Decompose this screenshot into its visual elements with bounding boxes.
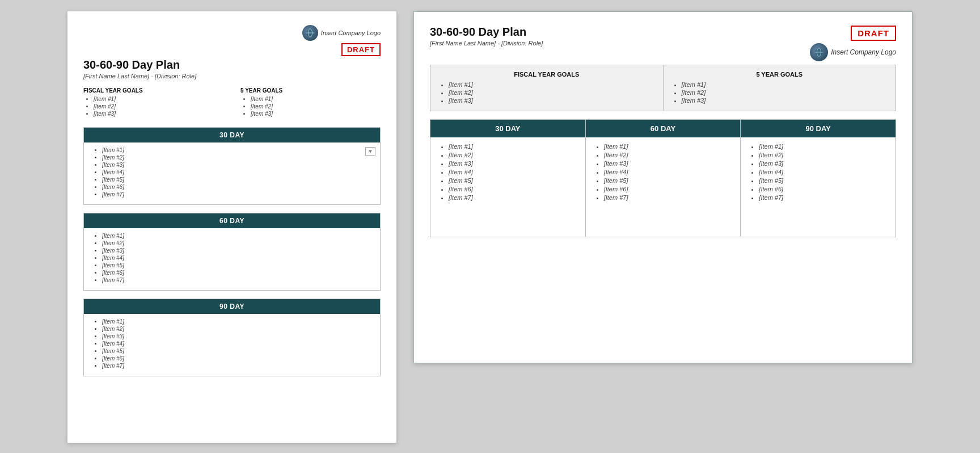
list-item: [Item #2]: [102, 326, 372, 332]
list-item: [Item #6]: [102, 270, 372, 276]
list-item: [Item #2]: [94, 103, 223, 110]
right-90day-col: 90 DAY [Item #1] [Item #2] [Item #3] [It…: [741, 120, 895, 237]
left-90day-section: 90 DAY [Item #1] [Item #2] [Item #3] [It…: [83, 299, 381, 376]
right-30day-content: [Item #1] [Item #2] [Item #3] [Item #4] …: [430, 137, 585, 237]
left-30day-section: 30 DAY ▼ [Item #1] [Item #2] [Item #3] […: [83, 127, 381, 205]
right-30day-list: [Item #1] [Item #2] [Item #3] [Item #4] …: [438, 143, 577, 201]
list-item: [Item #1]: [102, 233, 372, 239]
left-plan-title: 30-60-90 Day Plan: [83, 58, 381, 72]
list-item: [Item #4]: [102, 341, 372, 347]
list-item: [Item #2]: [759, 152, 888, 158]
left-30day-content: ▼ [Item #1] [Item #2] [Item #3] [Item #4…: [84, 142, 380, 204]
right-60day-header: 60 DAY: [586, 120, 741, 137]
left-5year-title: 5 YEAR GOALS: [240, 87, 381, 94]
list-item: [Item #2]: [251, 103, 381, 110]
list-item: [Item #2]: [682, 89, 888, 96]
left-page: Insert Company Logo DRAFT 30-60-90 Day P…: [67, 11, 396, 443]
left-5year-list: [Item #1] [Item #2] [Item #3]: [240, 96, 381, 117]
left-draft-badge: DRAFT: [341, 43, 381, 56]
list-item: [Item #5]: [759, 177, 888, 184]
left-90day-content: [Item #1] [Item #2] [Item #3] [Item #4] …: [84, 314, 380, 376]
list-item: [Item #2]: [102, 240, 372, 246]
right-30day-header: 30 DAY: [430, 120, 585, 137]
list-item: [Item #1]: [682, 81, 888, 88]
right-5year-list: [Item #1] [Item #2] [Item #3]: [671, 81, 888, 104]
left-header-right: Insert Company Logo DRAFT: [302, 25, 381, 56]
list-item: [Item #3]: [759, 160, 888, 167]
right-fiscal-list: [Item #1] [Item #2] [Item #3]: [438, 81, 655, 104]
right-days-table: 30 DAY [Item #1] [Item #2] [Item #3] [It…: [430, 119, 896, 237]
left-60day-header: 60 DAY: [84, 213, 380, 228]
right-90day-header: 90 DAY: [741, 120, 895, 137]
left-logo-icon: [302, 25, 318, 41]
list-item: [Item #5]: [102, 262, 372, 269]
right-plan-subtitle: [First Name Last Name] - [Division: Role…: [430, 40, 810, 47]
list-item: [Item #3]: [102, 333, 372, 339]
list-item: [Item #6]: [102, 184, 372, 190]
list-item: [Item #1]: [251, 96, 381, 102]
list-item: [Item #3]: [102, 248, 372, 254]
list-item: [Item #1]: [102, 147, 372, 153]
left-60day-content: [Item #1] [Item #2] [Item #3] [Item #4] …: [84, 228, 380, 290]
right-header-right: DRAFT Insert Company Logo: [810, 26, 896, 61]
list-item: [Item #3]: [94, 111, 223, 117]
left-plan-subtitle: [First Name Last Name] - [Division: Role…: [83, 73, 381, 79]
left-company-logo: Insert Company Logo: [302, 25, 381, 41]
list-item: [Item #1]: [94, 96, 223, 102]
list-item: [Item #2]: [449, 89, 655, 96]
left-fiscal-goals: FISCAL YEAR GOALS [Item #1] [Item #2] [I…: [83, 87, 223, 118]
list-item: [Item #4]: [604, 169, 733, 175]
list-item: [Item #6]: [449, 186, 577, 192]
right-30day-col: 30 DAY [Item #1] [Item #2] [Item #3] [It…: [430, 120, 586, 237]
list-item: [Item #1]: [759, 143, 888, 150]
right-90day-list: [Item #1] [Item #2] [Item #3] [Item #4] …: [749, 143, 888, 201]
list-item: [Item #6]: [102, 355, 372, 362]
right-60day-content: [Item #1] [Item #2] [Item #3] [Item #4] …: [586, 137, 741, 237]
right-page-header: 30-60-90 Day Plan [First Name Last Name]…: [430, 26, 896, 61]
right-fiscal-title: FISCAL YEAR GOALS: [438, 71, 655, 78]
list-item: [Item #3]: [102, 162, 372, 168]
right-90day-content: [Item #1] [Item #2] [Item #3] [Item #4] …: [741, 137, 895, 237]
left-page-header: Insert Company Logo DRAFT: [83, 25, 381, 56]
list-item: [Item #4]: [449, 169, 577, 175]
right-company-logo: Insert Company Logo: [810, 43, 896, 61]
left-90day-list: [Item #1] [Item #2] [Item #3] [Item #4] …: [92, 318, 372, 369]
left-fiscal-title: FISCAL YEAR GOALS: [83, 87, 223, 94]
list-item: [Item #3]: [449, 97, 655, 104]
list-item: [Item #1]: [102, 318, 372, 325]
right-header-title-area: 30-60-90 Day Plan [First Name Last Name]…: [430, 26, 810, 54]
list-item: [Item #2]: [604, 152, 733, 158]
left-60day-section: 60 DAY [Item #1] [Item #2] [Item #3] [It…: [83, 213, 381, 291]
list-item: [Item #7]: [102, 277, 372, 283]
list-item: [Item #7]: [449, 194, 577, 201]
right-5year-cell: 5 YEAR GOALS [Item #1] [Item #2] [Item #…: [664, 65, 896, 111]
list-item: [Item #7]: [759, 194, 888, 201]
list-item: [Item #2]: [449, 152, 577, 158]
list-item: [Item #5]: [604, 177, 733, 184]
right-goals-table: FISCAL YEAR GOALS [Item #1] [Item #2] [I…: [430, 65, 896, 111]
list-item: [Item #1]: [449, 81, 655, 88]
left-goals-section: FISCAL YEAR GOALS [Item #1] [Item #2] [I…: [83, 87, 381, 118]
right-logo-icon: [810, 43, 828, 61]
left-fiscal-list: [Item #1] [Item #2] [Item #3]: [83, 96, 223, 117]
list-item: [Item #3]: [682, 97, 888, 104]
list-item: [Item #3]: [604, 160, 733, 167]
dropdown-icon[interactable]: ▼: [365, 147, 375, 156]
list-item: [Item #6]: [759, 186, 888, 192]
right-fiscal-cell: FISCAL YEAR GOALS [Item #1] [Item #2] [I…: [430, 65, 664, 111]
left-30day-header: 30 DAY: [84, 128, 380, 142]
right-5year-title: 5 YEAR GOALS: [671, 71, 888, 78]
left-90day-header: 90 DAY: [84, 299, 380, 314]
list-item: [Item #5]: [102, 177, 372, 183]
list-item: [Item #5]: [449, 177, 577, 184]
left-30day-list: [Item #1] [Item #2] [Item #3] [Item #4] …: [92, 147, 372, 198]
list-item: [Item #1]: [449, 143, 577, 150]
left-60day-list: [Item #1] [Item #2] [Item #3] [Item #4] …: [92, 233, 372, 283]
list-item: [Item #5]: [102, 348, 372, 354]
list-item: [Item #7]: [102, 191, 372, 198]
list-item: [Item #1]: [604, 143, 733, 150]
list-item: [Item #2]: [102, 154, 372, 161]
right-plan-title: 30-60-90 Day Plan: [430, 26, 810, 39]
list-item: [Item #3]: [251, 111, 381, 117]
list-item: [Item #4]: [759, 169, 888, 175]
